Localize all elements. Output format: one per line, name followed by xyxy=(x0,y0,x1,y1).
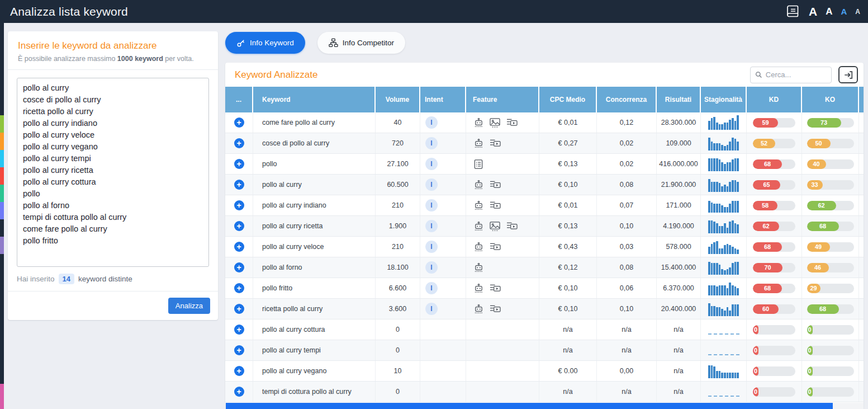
keyword-input-subtitle: È possibile analizzare massimo 1000 keyw… xyxy=(18,55,208,63)
concorrenza-cell: n/a xyxy=(597,340,657,360)
intent-badge[interactable]: I xyxy=(425,158,438,170)
feature-cell xyxy=(466,340,539,360)
ko-progress-pill: 33 xyxy=(807,180,854,190)
volume-cell: 210 xyxy=(376,195,420,215)
volume-cell: 60.500 xyxy=(376,175,420,195)
kd-cell: 68 xyxy=(747,278,802,298)
keyword-cell: pollo al curry vegano xyxy=(253,361,376,381)
ko-progress-fill: 62 xyxy=(807,201,836,210)
seasonality-cell xyxy=(701,154,747,174)
add-keyword-button[interactable]: + xyxy=(234,304,244,314)
tab-info-competitor[interactable]: Info Competitor xyxy=(317,32,405,54)
next-column-sliver-cell xyxy=(859,175,864,195)
keyword-count-badge: 14 xyxy=(59,274,74,284)
add-keyword-button[interactable]: + xyxy=(234,325,244,335)
intent-badge[interactable]: I xyxy=(425,220,438,232)
col-header-feature: Feature xyxy=(466,87,539,112)
intent-badge[interactable]: I xyxy=(425,116,438,129)
nav-strip-segment xyxy=(0,150,4,167)
cpc-cell: € 0.00 xyxy=(539,361,597,381)
table-search-input[interactable] xyxy=(766,70,827,79)
add-keyword-button[interactable]: + xyxy=(234,366,244,376)
intent-badge[interactable]: I xyxy=(425,241,438,253)
next-column-sliver-cell xyxy=(859,133,864,153)
cpc-cell: € 0,13 xyxy=(539,216,597,236)
tab-info-keyword[interactable]: Info Keyword xyxy=(225,32,305,54)
kd-progress-fill: 0 xyxy=(753,366,758,376)
intent-cell xyxy=(420,340,466,360)
add-keyword-button[interactable]: + xyxy=(234,200,244,210)
export-button[interactable] xyxy=(838,66,858,83)
add-keyword-button[interactable]: + xyxy=(234,387,244,397)
kd-cell: 0 xyxy=(747,340,802,360)
add-keyword-button[interactable]: + xyxy=(234,221,244,231)
intent-badge[interactable]: I xyxy=(425,137,438,149)
ko-cell: 62 xyxy=(802,195,859,215)
ko-cell: 68 xyxy=(802,216,859,236)
kd-progress-fill: 52 xyxy=(753,139,775,148)
horizontal-scrollbar-thumb[interactable] xyxy=(226,403,833,409)
add-keyword-button[interactable]: + xyxy=(234,180,244,190)
video-feature-icon xyxy=(489,138,501,148)
risultati-cell: 15.400.000 xyxy=(657,257,701,278)
horizontal-scrollbar[interactable] xyxy=(225,403,864,409)
keyword-cell: tempi di cottura pollo al curry xyxy=(253,382,376,402)
kd-progress-pill: 68 xyxy=(753,284,795,293)
col-header-kd: KD xyxy=(747,87,802,112)
kd-progress-pill: 65 xyxy=(753,180,795,190)
add-keyword-button[interactable]: + xyxy=(234,117,244,128)
ko-progress-fill: 73 xyxy=(807,118,841,128)
ko-progress-fill: 0 xyxy=(807,325,813,335)
risultati-cell: n/a xyxy=(657,361,701,381)
font-size-lg-button[interactable]: A xyxy=(826,7,832,16)
add-keyword-button[interactable]: + xyxy=(234,345,244,355)
add-keyword-button[interactable]: + xyxy=(234,262,244,272)
keyword-cell: pollo al curry xyxy=(253,175,376,195)
analyzed-keywords-title: Keyword Analizzate xyxy=(235,69,317,81)
keyword-list-textarea[interactable]: pollo al curry cosce di pollo al curry r… xyxy=(17,78,209,267)
table-search-box[interactable] xyxy=(750,67,832,83)
ko-progress-fill: 49 xyxy=(807,242,830,252)
table-row: +pollo27.100I€ 0,130,02416.000.0006840 xyxy=(225,154,864,175)
intent-badge[interactable]: I xyxy=(425,261,438,274)
table-row: +pollo al curry ricetta1.900I€ 0,130,104… xyxy=(225,216,864,237)
kd-progress-fill: 70 xyxy=(753,263,782,272)
ko-progress-pill: 46 xyxy=(807,263,854,272)
ko-progress-pill: 68 xyxy=(807,304,854,314)
seasonality-no-data-dash xyxy=(708,325,739,335)
font-size-xl-button[interactable]: A xyxy=(809,6,817,17)
cpc-cell: € 0,01 xyxy=(539,112,597,133)
seasonality-no-data-dash xyxy=(708,387,739,397)
seasonality-chart xyxy=(708,115,739,130)
seasonality-cell xyxy=(701,361,747,381)
collapsed-nav-color-strip[interactable] xyxy=(0,23,4,409)
manual-book-icon[interactable] xyxy=(785,4,800,19)
keyword-input-panel: Inserire le keyword da analizzare È poss… xyxy=(8,31,218,320)
intent-badge[interactable]: I xyxy=(425,303,438,315)
volume-cell: 0 xyxy=(376,340,420,360)
seasonality-no-data-dash xyxy=(708,345,739,355)
add-keyword-button[interactable]: + xyxy=(234,283,244,293)
concorrenza-cell: 0,08 xyxy=(597,257,657,278)
intent-badge[interactable]: I xyxy=(425,199,438,211)
keywords-table: ... Keyword Volume Intent Feature CPC Me… xyxy=(225,87,864,402)
add-keyword-button[interactable]: + xyxy=(234,242,244,252)
analyze-button[interactable]: Analizza xyxy=(168,298,210,314)
add-keyword-button[interactable]: + xyxy=(234,159,244,169)
font-size-sm-button[interactable]: A xyxy=(855,8,860,15)
add-keyword-button[interactable]: + xyxy=(234,138,244,148)
table-row: +pollo fritto6.600I€ 0,100,066.370.00068… xyxy=(225,278,864,299)
kd-progress-pill: 52 xyxy=(753,139,795,148)
font-size-md-button-active[interactable]: A xyxy=(841,7,847,16)
intent-badge[interactable]: I xyxy=(425,178,438,191)
feature-cell xyxy=(466,382,539,402)
seasonality-chart xyxy=(708,281,739,295)
keyword-cell: pollo al curry ricetta xyxy=(253,216,376,236)
intent-badge[interactable]: I xyxy=(425,282,438,294)
seasonality-cell xyxy=(701,257,747,278)
cpc-cell: n/a xyxy=(539,319,597,340)
search-icon xyxy=(755,70,762,79)
next-column-sliver-cell xyxy=(859,299,864,319)
kd-progress-pill: 62 xyxy=(753,222,795,231)
risultati-cell: 28.300.000 xyxy=(657,112,701,133)
